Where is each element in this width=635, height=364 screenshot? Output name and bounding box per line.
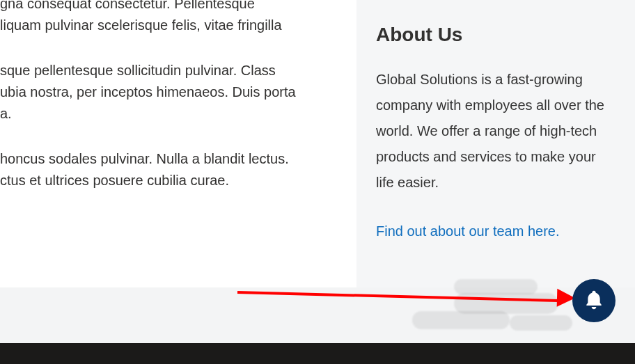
bell-icon [583,289,605,313]
smudge-mark [454,279,538,294]
smudge-mark [510,315,572,331]
smudge-mark [412,311,510,329]
footer-bar [0,343,635,364]
about-description: Global Solutions is a fast-growing compa… [376,67,616,196]
notifications-bell-button[interactable] [572,279,616,322]
body-text-line: honcus sodales pulvinar. Nulla a blandit… [0,148,340,191]
body-text-line: sque pellentesque sollicitudin pulvinar.… [0,60,340,125]
about-team-link[interactable]: Find out about our team here. [376,223,560,239]
about-heading: About Us [376,24,616,46]
body-text-line: gna consequat consectetur. Pellentesque … [0,0,340,36]
